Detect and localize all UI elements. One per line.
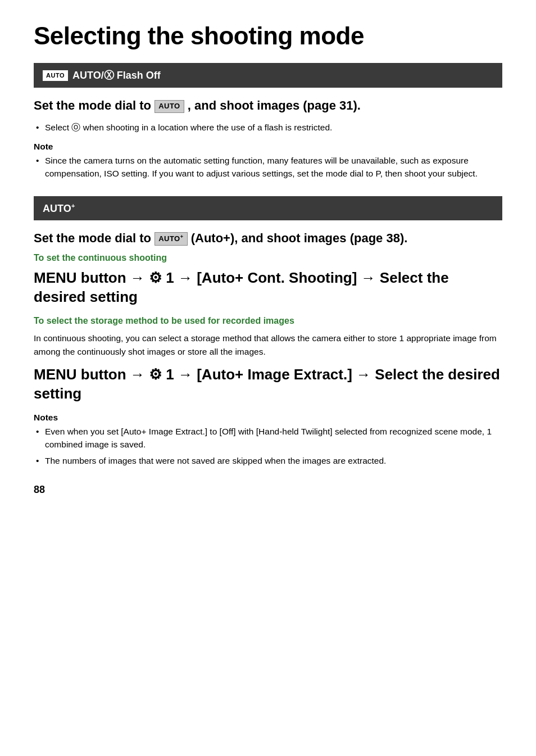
section1-bullet-list: Select ⓞ when shooting in a location whe… bbox=[34, 121, 502, 134]
auto-plus-superscript: + bbox=[71, 202, 75, 209]
section-header-auto-plus-text: AUTO+ bbox=[43, 202, 75, 215]
menu-heading-image-extract: MENU button → ⚙ 1 → [Auto+ Image Extract… bbox=[34, 365, 502, 404]
bullet-select-flash: Select ⓞ when shooting in a location whe… bbox=[34, 121, 502, 134]
section-header-auto: AUTO AUTO/Ⓧ Flash Off bbox=[34, 63, 502, 88]
note-item-1: Even when you set [Auto+ Image Extract.]… bbox=[34, 425, 502, 451]
body-storage-method: In continuous shooting, you can select a… bbox=[34, 332, 502, 359]
set-mode-dial-heading-2: Set the mode dial to AUTO+ (Auto+), and … bbox=[34, 230, 502, 247]
page-title: Selecting the shooting mode bbox=[34, 22, 502, 49]
note-bullet-list-1: Since the camera turns on the automatic … bbox=[34, 154, 502, 180]
section-header-auto-plus: AUTO+ bbox=[34, 196, 502, 220]
subheading-continuous-shooting: To set the continuous shooting bbox=[34, 253, 502, 263]
auto-inline-badge-1: AUTO bbox=[155, 100, 184, 112]
notes-heading-2: Notes bbox=[34, 413, 502, 423]
section-auto-flash-off: AUTO AUTO/Ⓧ Flash Off Set the mode dial … bbox=[34, 63, 502, 180]
note-heading-1: Note bbox=[34, 142, 502, 152]
page-number: 88 bbox=[34, 484, 502, 496]
note-block-1: Note Since the camera turns on the autom… bbox=[34, 142, 502, 180]
set-mode-dial-heading-1: Set the mode dial to AUTO , and shoot im… bbox=[34, 98, 502, 114]
notes-block-2: Notes Even when you set [Auto+ Image Ext… bbox=[34, 413, 502, 468]
auto-badge: AUTO bbox=[43, 70, 68, 81]
menu-heading-cont-shooting: MENU button → ⚙ 1 → [Auto+ Cont. Shootin… bbox=[34, 269, 502, 307]
note-bullet-1: Since the camera turns on the automatic … bbox=[34, 154, 502, 180]
section-auto-plus: AUTO+ Set the mode dial to AUTO+ (Auto+)… bbox=[34, 196, 502, 468]
note-item-2: The numbers of images that were not save… bbox=[34, 454, 502, 467]
subheading-storage-method: To select the storage method to be used … bbox=[34, 316, 502, 326]
notes-list-2: Even when you set [Auto+ Image Extract.]… bbox=[34, 425, 502, 468]
auto-plus-inline-badge: AUTO+ bbox=[155, 232, 187, 246]
section-header-auto-text: AUTO/Ⓧ Flash Off bbox=[72, 69, 161, 82]
